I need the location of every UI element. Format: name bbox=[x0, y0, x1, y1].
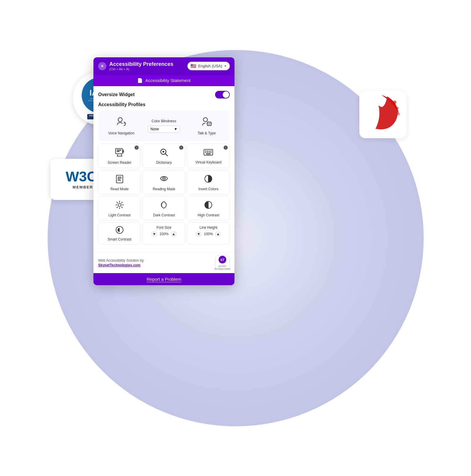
report-problem-button[interactable]: Report a Problem bbox=[93, 273, 234, 285]
svg-point-2 bbox=[397, 113, 400, 116]
invert-colors-card[interactable]: Invert Colors bbox=[187, 170, 230, 194]
chevron-down-icon: ▼ bbox=[224, 64, 227, 68]
svg-point-8 bbox=[209, 123, 209, 123]
language-selector[interactable]: 🇺🇸 English (USA) ▼ bbox=[187, 62, 230, 70]
color-blindness-item: Color Blindness None ▼ bbox=[144, 114, 184, 138]
high-contrast-card[interactable]: High Contrast bbox=[187, 196, 230, 221]
voice-navigation-label: Voice Navigation bbox=[108, 131, 134, 135]
footer-link[interactable]: SkynetTechnologies.com bbox=[98, 263, 140, 267]
close-icon: × bbox=[101, 64, 103, 69]
svg-rect-30 bbox=[118, 178, 122, 178]
read-mode-card[interactable]: Read Mode bbox=[98, 170, 141, 194]
dictionary-info-icon[interactable]: i bbox=[179, 146, 183, 150]
line-height-label: Line Height bbox=[200, 226, 217, 230]
talk-type-label: Talk & Type bbox=[197, 131, 216, 135]
svg-rect-31 bbox=[118, 179, 120, 180]
screen-reader-icon bbox=[115, 148, 124, 159]
footer-logo-icon: ST bbox=[218, 255, 227, 265]
dictionary-icon bbox=[160, 148, 168, 159]
voice-navigation-item[interactable]: Voice Navigation bbox=[101, 114, 141, 138]
svg-rect-26 bbox=[210, 152, 212, 153]
color-blindness-select[interactable]: None ▼ bbox=[148, 126, 180, 133]
dictionary-label: Dictionary bbox=[156, 161, 172, 165]
footer-logo: ST SKYNET TECHNOLOGIES bbox=[215, 255, 230, 270]
line-height-decrease-button[interactable]: ▼ bbox=[195, 231, 202, 237]
svg-point-0 bbox=[393, 101, 396, 104]
panel-title-group: Accessibility Preferences (Ctrl + Alt + … bbox=[109, 61, 173, 71]
line-height-card: Line Height ▼ 100% ▲ bbox=[187, 222, 230, 245]
w3c-logo: W3C bbox=[66, 170, 97, 184]
line-height-increase-button[interactable]: ▲ bbox=[215, 231, 221, 237]
panel-shortcut: (Ctrl + Alt + A) bbox=[109, 67, 173, 71]
oversize-toggle[interactable] bbox=[215, 91, 230, 98]
talk-type-item[interactable]: Talk & Type bbox=[187, 114, 227, 138]
svg-rect-14 bbox=[117, 151, 120, 152]
svg-line-45 bbox=[117, 207, 118, 208]
virtual-keyboard-card[interactable]: i bbox=[187, 143, 230, 168]
report-problem-label: Report a Problem bbox=[147, 277, 181, 282]
virtual-keyboard-label: Virtual Keyboard bbox=[195, 160, 222, 164]
line-height-controls: ▼ 100% ▲ bbox=[195, 231, 221, 237]
smart-contrast-card[interactable]: Smart Contrast bbox=[98, 222, 141, 245]
svg-point-3 bbox=[118, 118, 122, 122]
bottom-controls-row: Smart Contrast Font Size ▼ 100% ▲ Line H… bbox=[98, 222, 230, 245]
font-size-card: Font Size ▼ 100% ▲ bbox=[143, 222, 185, 245]
svg-point-11 bbox=[209, 124, 210, 125]
smart-contrast-label: Smart Contrast bbox=[108, 237, 131, 241]
font-size-increase-button[interactable]: ▲ bbox=[170, 231, 177, 237]
talk-type-icon bbox=[201, 117, 212, 129]
voice-navigation-icon bbox=[116, 117, 127, 129]
svg-point-10 bbox=[208, 124, 209, 125]
dark-contrast-label: Dark Contrast bbox=[153, 213, 175, 217]
high-contrast-label: High Contrast bbox=[198, 213, 219, 217]
font-size-label: Font Size bbox=[157, 226, 172, 230]
color-blindness-value: None bbox=[150, 127, 159, 131]
toggle-knob bbox=[223, 91, 229, 98]
svg-rect-6 bbox=[207, 122, 211, 126]
svg-point-1 bbox=[396, 107, 399, 109]
light-contrast-icon bbox=[115, 201, 124, 211]
dark-contrast-icon bbox=[160, 201, 168, 211]
svg-rect-19 bbox=[205, 151, 206, 151]
panel-header-left: × Accessibility Preferences (Ctrl + Alt … bbox=[98, 61, 173, 71]
color-blindness-label: Color Blindness bbox=[152, 119, 176, 123]
select-chevron-icon: ▼ bbox=[174, 127, 177, 131]
svg-rect-32 bbox=[118, 180, 121, 181]
reading-mask-card[interactable]: Reading Mask bbox=[143, 170, 185, 194]
footer-text-label: Web Accessibility Solution by bbox=[98, 258, 144, 263]
svg-point-17 bbox=[162, 151, 164, 153]
screen-reader-label: Screen Reader bbox=[108, 161, 131, 165]
profiles-label: Accessibility Profiles bbox=[98, 102, 230, 107]
svg-rect-13 bbox=[117, 150, 121, 151]
svg-point-7 bbox=[208, 123, 208, 123]
close-button[interactable]: × bbox=[98, 62, 106, 70]
virtual-keyboard-info-icon[interactable]: i bbox=[224, 146, 228, 150]
red-swoosh-icon bbox=[364, 93, 402, 136]
statement-icon: 📄 bbox=[137, 78, 143, 83]
svg-rect-27 bbox=[206, 153, 211, 154]
panel-header: × Accessibility Preferences (Ctrl + Alt … bbox=[93, 57, 234, 75]
screen-reader-info-icon[interactable]: i bbox=[135, 146, 139, 150]
svg-line-42 bbox=[117, 202, 118, 203]
top-features-row: Voice Navigation Color Blindness None ▼ bbox=[98, 111, 230, 141]
font-size-value: 100% bbox=[159, 232, 169, 236]
svg-rect-29 bbox=[118, 177, 122, 177]
feature-cards-row2: Read Mode Reading Mask bbox=[98, 170, 230, 194]
smart-contrast-icon bbox=[115, 226, 124, 236]
svg-line-43 bbox=[121, 207, 122, 208]
dictionary-card[interactable]: i Dictionary bbox=[143, 143, 185, 168]
w3c-member: MEMBER bbox=[73, 185, 93, 189]
svg-point-5 bbox=[203, 118, 207, 122]
virtual-keyboard-icon bbox=[203, 148, 213, 158]
language-label: English (USA) bbox=[198, 64, 222, 68]
panel-body: Oversize Widget Accessibility Profiles bbox=[93, 86, 234, 253]
oversize-widget-row: Oversize Widget bbox=[98, 91, 230, 98]
accessibility-statement-bar[interactable]: 📄 Accessibility Statement bbox=[93, 75, 234, 86]
font-size-decrease-button[interactable]: ▼ bbox=[151, 231, 157, 237]
screen-reader-card[interactable]: i Screen Reader bbox=[98, 143, 141, 168]
svg-rect-20 bbox=[207, 151, 208, 151]
svg-line-16 bbox=[165, 154, 167, 156]
dark-contrast-card[interactable]: Dark Contrast bbox=[143, 196, 185, 221]
feature-cards-row3: Light Contrast Dark Contrast bbox=[98, 196, 230, 221]
light-contrast-card[interactable]: Light Contrast bbox=[98, 196, 141, 221]
